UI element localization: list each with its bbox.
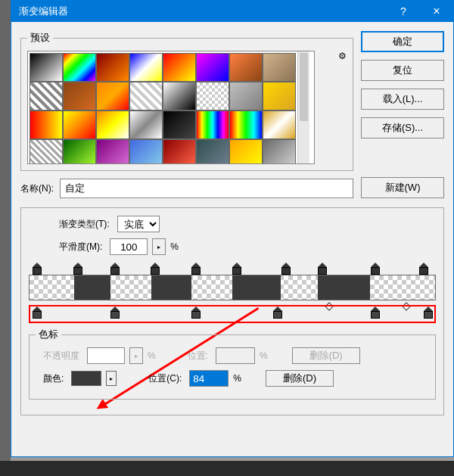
window-title: 渐变编辑器 (19, 5, 387, 18)
preset-swatch[interactable] (263, 139, 296, 164)
save-button[interactable]: 存储(S)... (361, 117, 444, 138)
delete-opacity-button: 删除(D) (292, 347, 360, 364)
color-stop[interactable] (191, 306, 201, 317)
preset-swatch[interactable] (63, 82, 96, 110)
smooth-input[interactable] (110, 238, 148, 255)
color-arrow-icon[interactable]: ▸ (106, 371, 117, 386)
preset-swatch[interactable] (163, 82, 196, 110)
opacity-stop[interactable] (191, 263, 201, 273)
opacity-stops-row (29, 263, 436, 275)
help-button[interactable]: ? (387, 1, 420, 22)
preset-swatch[interactable] (263, 53, 296, 82)
loc-input (216, 347, 255, 364)
color-well[interactable] (71, 371, 101, 386)
type-select[interactable]: 实底 (117, 216, 160, 232)
pct-label: % (148, 350, 156, 361)
name-input[interactable] (60, 179, 353, 198)
color-stop[interactable] (33, 306, 42, 317)
preset-swatch[interactable] (96, 53, 129, 82)
close-button[interactable]: × (420, 1, 453, 22)
midpoint-diamond[interactable] (325, 302, 333, 310)
gradient-editor-window: 渐变编辑器 ? × 预设 ⚙ 名称(N): 确定 复位 (11, 0, 454, 457)
bottom-bar (0, 461, 454, 476)
scroll-thumb[interactable] (300, 53, 308, 121)
preset-swatch[interactable] (163, 139, 196, 164)
ok-button[interactable]: 确定 (361, 31, 444, 52)
load-button[interactable]: 载入(L)... (361, 89, 444, 110)
stops-legend: 色标 (36, 328, 61, 341)
preset-swatch[interactable] (63, 110, 96, 139)
smooth-dropdown-icon[interactable]: ▸ (152, 238, 166, 255)
preset-swatch[interactable] (96, 139, 129, 164)
name-label: 名称(N): (20, 182, 54, 195)
gradient-settings: 渐变类型(T): 实底 平滑度(M): ▸ % (20, 207, 444, 415)
preset-swatch[interactable] (63, 53, 96, 82)
opacity-stop[interactable] (318, 263, 327, 273)
preset-swatch[interactable] (196, 82, 229, 110)
color-stop[interactable] (273, 306, 282, 317)
preset-swatch[interactable] (163, 53, 196, 82)
type-label: 渐变类型(T): (59, 218, 110, 231)
preset-scroll (27, 51, 315, 164)
opacity-arrow-icon: ▸ (129, 347, 143, 364)
preset-swatch[interactable] (30, 53, 63, 82)
preset-swatch[interactable] (30, 82, 63, 110)
gradient-bar[interactable] (29, 275, 436, 300)
pct-label: % (260, 350, 268, 361)
preset-swatch[interactable] (163, 110, 196, 139)
opacity-stop[interactable] (110, 263, 120, 273)
midpoint-diamond[interactable] (402, 302, 410, 310)
opacity-stop[interactable] (232, 263, 241, 273)
new-button[interactable]: 新建(W) (361, 177, 444, 198)
pct-label: % (233, 373, 241, 384)
color-stop[interactable] (424, 306, 433, 317)
preset-swatch[interactable] (129, 53, 163, 82)
opacity-stop[interactable] (371, 263, 380, 273)
gear-icon[interactable]: ⚙ (338, 51, 347, 61)
smooth-label: 平滑度(M): (59, 241, 102, 254)
preset-swatch[interactable] (263, 110, 296, 139)
opacity-stop[interactable] (151, 263, 160, 273)
loc2-label: 位置(C): (148, 372, 182, 385)
preset-swatch[interactable] (229, 82, 263, 110)
preset-swatch[interactable] (196, 139, 229, 164)
color-label: 颜色: (43, 372, 64, 385)
percent-label: % (170, 241, 179, 252)
preset-swatch[interactable] (30, 110, 63, 139)
gradient-editor (29, 263, 436, 317)
preset-swatch[interactable] (229, 139, 263, 164)
opacity-stop[interactable] (281, 263, 291, 273)
opacity-stop[interactable] (73, 263, 82, 273)
opacity-stop[interactable] (419, 263, 428, 273)
opacity-input (87, 347, 125, 364)
color-stop[interactable] (110, 306, 120, 317)
titlebar[interactable]: 渐变编辑器 ? × (11, 1, 453, 22)
reset-button[interactable]: 复位 (361, 60, 444, 81)
preset-legend: 预设 (27, 31, 53, 45)
stops-fieldset: 色标 不透明度 ▸ % 位置: % 删除(D) 颜色: ▸ 位置(C): (29, 328, 436, 400)
preset-swatch[interactable] (196, 110, 229, 139)
loc-label: 位置: (188, 350, 208, 362)
preset-swatch[interactable] (30, 139, 63, 164)
opacity-stop[interactable] (33, 263, 42, 273)
color-stops-row (29, 300, 436, 317)
preset-swatch[interactable] (96, 110, 129, 139)
loc2-input[interactable] (189, 370, 229, 387)
preset-swatch[interactable] (229, 53, 263, 82)
preset-swatch[interactable] (129, 82, 163, 110)
preset-swatch[interactable] (129, 139, 163, 164)
color-stop[interactable] (371, 306, 380, 317)
opacity-label: 不透明度 (43, 350, 79, 362)
preset-swatch[interactable] (63, 139, 96, 164)
preset-swatch[interactable] (229, 110, 263, 139)
preset-fieldset: 预设 ⚙ (20, 31, 353, 171)
scrollbar[interactable] (297, 51, 309, 163)
preset-swatch[interactable] (263, 82, 296, 110)
preset-swatch[interactable] (129, 110, 163, 139)
delete-color-button[interactable]: 删除(D) (266, 370, 334, 387)
preset-swatch[interactable] (196, 53, 229, 82)
preset-swatch[interactable] (96, 82, 129, 110)
